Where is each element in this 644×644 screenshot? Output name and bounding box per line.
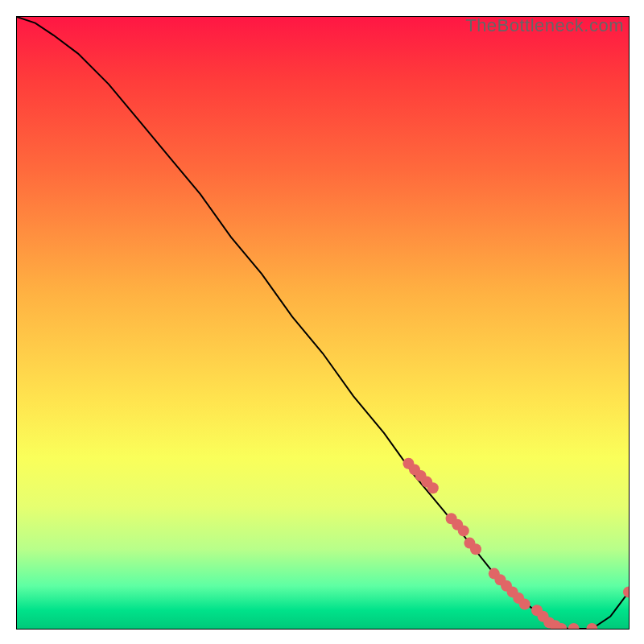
curve-svg bbox=[17, 17, 629, 629]
sample-point bbox=[519, 599, 530, 610]
plot-area: TheBottleneck.com bbox=[16, 16, 630, 630]
sample-point bbox=[458, 525, 469, 536]
sample-point bbox=[623, 586, 629, 597]
sample-point bbox=[427, 482, 439, 493]
chart-stage: TheBottleneck.com bbox=[0, 0, 644, 644]
sample-point bbox=[586, 623, 597, 629]
sample-point bbox=[470, 543, 481, 555]
sample-points-group bbox=[402, 458, 629, 629]
bottleneck-curve bbox=[17, 17, 629, 629]
sample-point bbox=[568, 623, 580, 629]
